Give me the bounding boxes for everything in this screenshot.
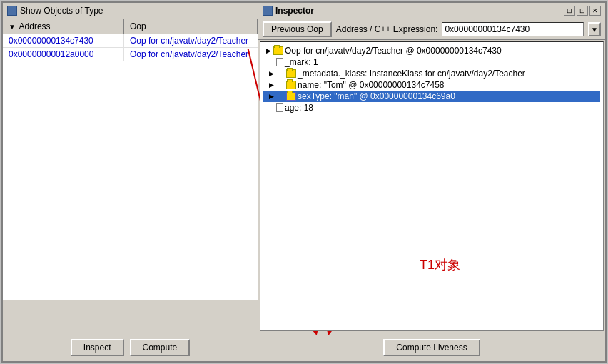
item-text-0: Oop for cn/javatv/day2/Teacher @ 0x00000… <box>285 46 502 56</box>
item-text-2: _metadata._klass: InstanceKlass for cn/j… <box>298 69 525 79</box>
tree-item-0[interactable]: ▶ Oop for cn/javatv/day2/Teacher @ 0x000… <box>263 45 600 56</box>
tree-item-3[interactable]: ▶ name: "Tom" @ 0x00000000134c7458 <box>263 79 600 91</box>
tree-toggle-0[interactable]: ▶ <box>263 46 273 56</box>
restore-button[interactable]: ⊡ <box>564 6 575 16</box>
item-text-4: sexType: "man" @ 0x00000000134c69a0 <box>298 91 455 101</box>
inspector-content: ▶ Oop for cn/javatv/day2/Teacher @ 0x000… <box>260 41 604 331</box>
item-text-5: age: 18 <box>285 103 313 113</box>
expr-dropdown-button[interactable]: ▼ <box>588 22 601 36</box>
left-panel: Show Objects of Type ▼ Address Oop 0x000… <box>3 3 258 361</box>
left-panel-bottom: Inspect Compute <box>3 333 258 361</box>
item-text-3: name: "Tom" @ 0x00000000134c7458 <box>298 80 445 90</box>
cell-address-0: 0x00000000134c7430 <box>3 34 124 47</box>
inspector-title-bar: Inspector ⊡ ⊡ ✕ <box>258 3 605 19</box>
main-container: Show Objects of Type ▼ Address Oop 0x000… <box>1 1 607 363</box>
annotation-text: T1对象 <box>420 256 460 273</box>
maximize-button[interactable]: ⊡ <box>577 6 588 16</box>
panel-icon <box>7 6 17 16</box>
inspect-button[interactable]: Inspect <box>71 339 124 356</box>
cell-oop-0: Oop for cn/javatv/day2/Teacher <box>124 34 258 47</box>
table-body: 0x00000000134c7430 Oop for cn/javatv/day… <box>3 34 258 300</box>
tree-item-5[interactable]: age: 18 <box>263 102 600 113</box>
tree-toggle-3[interactable]: ▶ <box>266 80 276 90</box>
inspector-title: Inspector <box>275 6 561 16</box>
cell-address-1: 0x00000000012a0000 <box>3 48 124 61</box>
header-oop: Oop <box>124 19 258 34</box>
compute-liveness-button[interactable]: Compute Liveness <box>383 339 480 356</box>
tree-item-4[interactable]: ▶ sexType: "man" @ 0x00000000134c69a0 <box>263 91 600 102</box>
table-row[interactable]: 0x00000000134c7430 Oop for cn/javatv/day… <box>3 34 258 48</box>
expr-label: Address / C++ Expression: <box>336 24 438 34</box>
folder-icon-4 <box>286 92 296 101</box>
compute-button[interactable]: Compute <box>130 339 191 356</box>
close-button[interactable]: ✕ <box>589 6 601 16</box>
folder-icon-0 <box>273 46 283 55</box>
title-bar-buttons: ⊡ ⊡ ✕ <box>564 6 601 16</box>
inspector-toolbar: Previous Oop Address / C++ Expression: ▼ <box>258 19 605 40</box>
previous-oop-button[interactable]: Previous Oop <box>263 21 332 37</box>
cell-oop-1: Oop for cn/javatv/day2/Teacher <box>124 48 258 61</box>
tree-toggle-2[interactable]: ▶ <box>266 69 276 79</box>
tree-item-2[interactable]: ▶ _metadata._klass: InstanceKlass for cn… <box>263 68 600 79</box>
file-icon-1 <box>276 58 283 66</box>
tree-toggle-4[interactable]: ▶ <box>266 91 276 101</box>
folder-icon-3 <box>286 81 296 89</box>
table-header: ▼ Address Oop <box>3 19 258 34</box>
left-panel-title: Show Objects of Type <box>20 6 103 16</box>
left-panel-title-bar: Show Objects of Type <box>3 3 258 19</box>
item-text-1: _mark: 1 <box>285 57 318 67</box>
file-icon-5 <box>276 103 283 112</box>
tree-item-1[interactable]: _mark: 1 <box>263 56 600 68</box>
expr-input[interactable] <box>442 22 584 36</box>
header-address: ▼ Address <box>3 19 124 34</box>
inspector-bottom: Compute Liveness <box>258 333 605 361</box>
table-row[interactable]: 0x00000000012a0000 Oop for cn/javatv/day… <box>3 48 258 61</box>
inspector-icon <box>263 6 273 16</box>
folder-icon-2 <box>286 69 296 78</box>
table-container: ▼ Address Oop 0x00000000134c7430 Oop for… <box>3 19 258 333</box>
sort-icon: ▼ <box>9 23 16 31</box>
right-panel: Inspector ⊡ ⊡ ✕ Previous Oop Address / C… <box>258 3 605 361</box>
